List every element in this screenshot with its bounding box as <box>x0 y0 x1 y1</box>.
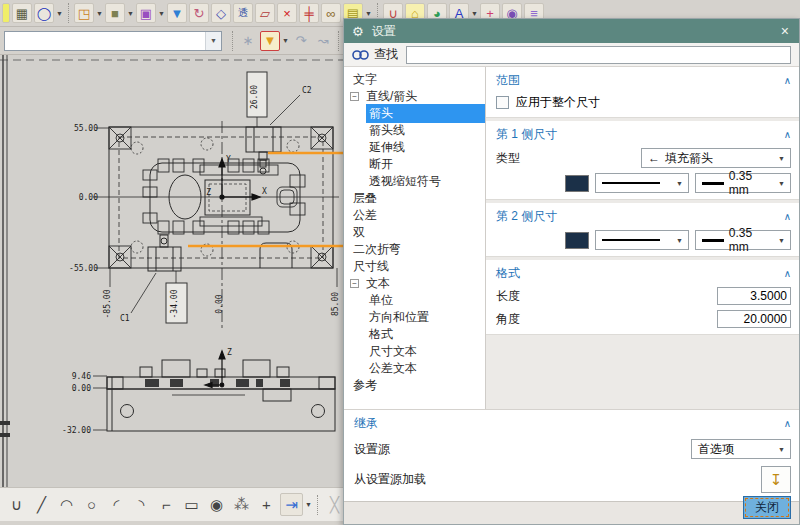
angle-label: 角度 <box>496 311 717 328</box>
chamfer-icon[interactable]: ◝ <box>130 493 153 516</box>
tree-item-dimension-text[interactable]: 尺寸文本 <box>344 343 485 360</box>
side2-linestyle-dropdown[interactable]: ▼ <box>595 230 689 250</box>
scope-title: 范围 <box>496 72 784 89</box>
dim-946: 9.46 <box>72 372 91 381</box>
delete-face-icon[interactable]: × <box>277 3 297 23</box>
chevron-down-icon[interactable]: ▼ <box>95 10 104 17</box>
corner-icon[interactable]: ⌐ <box>155 493 178 516</box>
dim-neg55: -55.00 <box>69 264 98 273</box>
profile-icon[interactable]: ∪ <box>5 493 28 516</box>
tree-item-line-arrow[interactable]: −直线/箭头 <box>344 88 485 105</box>
line-icon[interactable]: ╱ <box>30 493 53 516</box>
rectangle-icon[interactable]: ▭ <box>180 493 203 516</box>
extrude-icon[interactable]: ◳ <box>74 3 94 23</box>
circle-tool-icon[interactable]: ◯ <box>34 3 54 23</box>
load-from-source-label: 从设置源加载 <box>354 471 761 488</box>
chevron-down-icon[interactable]: ▼ <box>281 37 290 44</box>
dialog-titlebar[interactable]: ⚙ 设置 × <box>344 19 799 43</box>
sync-move-face-icon[interactable]: ▣ <box>136 3 156 23</box>
origin-z-label: Z <box>206 188 211 197</box>
snap-filter-icon[interactable]: ▼ <box>260 31 280 51</box>
point-marker-icon[interactable]: ▼ <box>167 3 187 23</box>
view-cube-icon[interactable]: ◇ <box>211 3 231 23</box>
settings-source-dropdown[interactable]: 首选项 ▼ <box>691 439 791 459</box>
tree-item-arrowhead[interactable]: 箭头 <box>344 105 485 122</box>
chevron-down-icon[interactable]: ▼ <box>364 10 373 17</box>
chevron-down-icon[interactable]: ▼ <box>157 10 166 17</box>
tree-item-text[interactable]: 文字 <box>344 71 485 88</box>
plus-icon[interactable]: + <box>255 493 278 516</box>
search-input[interactable] <box>406 46 791 64</box>
tree-item-extension-line[interactable]: 延伸线 <box>344 139 485 156</box>
arrow-type-value: 填充箭头 <box>665 150 713 167</box>
collapse-icon[interactable]: ∧ <box>784 211 791 222</box>
tree-item-tolerance-text[interactable]: 公差文本 <box>344 360 485 377</box>
chevron-down-icon[interactable]: ▼ <box>470 10 479 17</box>
tree-item-format-node[interactable]: 格式 <box>344 326 485 343</box>
side1-linewidth-dropdown[interactable]: 0.35 mm ▼ <box>695 173 791 193</box>
side2-linewidth-dropdown[interactable]: 0.35 mm ▼ <box>695 230 791 250</box>
tree-item-reference[interactable]: 参考 <box>344 377 485 394</box>
load-from-source-button[interactable]: ↧ <box>761 466 791 493</box>
offset-curve-icon[interactable]: ⇥ <box>280 493 303 516</box>
collapse-icon[interactable]: ∧ <box>784 418 791 429</box>
length-input[interactable] <box>717 287 791 305</box>
tree-collapse-icon[interactable]: − <box>350 279 359 288</box>
dim-26-boxed[interactable]: 26.00 <box>250 85 259 109</box>
snap-drag-icon[interactable]: ↝ <box>313 31 333 51</box>
chevron-down-icon: ▼ <box>775 446 788 453</box>
rotate-view-icon[interactable]: ↻ <box>189 3 209 23</box>
close-icon[interactable]: × <box>779 23 791 39</box>
section-format: 格式 ∧ 长度 角度 <box>486 260 799 335</box>
collapse-icon[interactable]: ∧ <box>784 268 791 279</box>
tree-item-jog[interactable]: 二次折弯 <box>344 241 485 258</box>
tree-item-foreshortening-symbol[interactable]: 透视缩短符号 <box>344 173 485 190</box>
flatten-face-icon[interactable]: ▱ <box>255 3 275 23</box>
partial-icon[interactable] <box>2 3 10 23</box>
arrow-type-dropdown[interactable]: ← 填充箭头 ▼ <box>641 148 791 168</box>
tree-item-tolerance[interactable]: 公差 <box>344 207 485 224</box>
chevron-down-icon[interactable]: ▼ <box>126 10 135 17</box>
tree-item-orientation-position[interactable]: 方向和位置 <box>344 309 485 326</box>
face-color-icon[interactable]: ■ <box>105 3 125 23</box>
dim-neg34-boxed[interactable]: -34.00 <box>170 289 179 318</box>
tree-item-arrow-line[interactable]: 箭头线 <box>344 122 485 139</box>
angle-input[interactable] <box>717 310 791 328</box>
selection-scope-combobox[interactable]: ▼ <box>4 31 222 51</box>
section-clamp-icon[interactable]: ╪ <box>299 3 319 23</box>
type-label: 类型 <box>496 150 641 167</box>
axis-y-label: Y <box>226 155 231 164</box>
chevron-down-icon[interactable]: ▼ <box>55 10 64 17</box>
observe-icon[interactable]: ∞ <box>321 3 341 23</box>
tree-item-break[interactable]: 断开 <box>344 156 485 173</box>
pattern-curve-icon[interactable]: ⁂ <box>230 493 253 516</box>
drawing-viewport[interactable]: 55.00 0.00 -55.00 26.00 -85.00 -34.00 0.… <box>0 55 343 487</box>
tree-item-label: 参考 <box>350 376 485 395</box>
snap-point-icon[interactable]: ∗ <box>238 31 258 51</box>
tree-item-text-node[interactable]: −文本 <box>344 275 485 292</box>
search-label: 查找 <box>374 46 398 63</box>
fillet-icon[interactable]: ◜ <box>105 493 128 516</box>
collapse-icon[interactable]: ∧ <box>784 75 791 86</box>
chevron-down-icon[interactable]: ▼ <box>304 501 313 508</box>
circle-icon[interactable]: ○ <box>80 493 103 516</box>
arc-icon[interactable]: ◠ <box>55 493 78 516</box>
side1-linestyle-dropdown[interactable]: ▼ <box>595 173 689 193</box>
apply-whole-dim-checkbox[interactable] <box>496 96 509 109</box>
transparency-icon[interactable]: 透 <box>233 3 253 23</box>
snap-rotate-icon[interactable]: ↷ <box>291 31 311 51</box>
collapse-icon[interactable]: ∧ <box>784 129 791 140</box>
close-button[interactable]: 关闭 <box>743 496 791 519</box>
side2-linewidth-value: 0.35 mm <box>729 226 775 254</box>
chevron-down-icon: ▼ <box>775 155 788 162</box>
tree-item-stacking[interactable]: 层叠 <box>344 190 485 207</box>
chevron-down-icon[interactable]: ▼ <box>205 32 221 50</box>
feature-pattern-icon[interactable]: ▦ <box>12 3 32 23</box>
side1-color-swatch[interactable] <box>565 175 589 192</box>
tree-collapse-icon[interactable]: − <box>350 92 359 101</box>
side2-color-swatch[interactable] <box>565 232 589 249</box>
tree-item-dual[interactable]: 双 <box>344 224 485 241</box>
tree-item-dimension-line[interactable]: 尺寸线 <box>344 258 485 275</box>
polygon-icon[interactable]: ◉ <box>205 493 228 516</box>
tree-item-units[interactable]: 单位 <box>344 292 485 309</box>
